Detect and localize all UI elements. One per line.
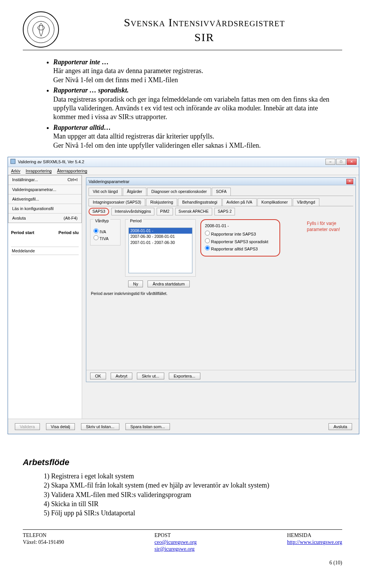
menu-arkiv[interactable]: Arkiv bbox=[11, 168, 20, 174]
tab-komplikationer[interactable]: Komplikationer bbox=[257, 198, 292, 206]
svg-point-0 bbox=[33, 21, 49, 38]
flow-step: 4) Skicka in till SIR bbox=[44, 500, 342, 508]
exportera-button[interactable]: Exportera... bbox=[169, 373, 200, 379]
tab-row-3: SAPS3 Intensivvårdshiggins PIM2 Svensk A… bbox=[89, 208, 353, 215]
radio-rapporterar-alltid[interactable]: Rapporterar alltid SAPS3 bbox=[205, 245, 276, 252]
tab-saps2[interactable]: SAPS 2 bbox=[214, 208, 235, 215]
application-screenshot: Validering av SIRXML5-fil, Ver 5.4.2 – □… bbox=[8, 157, 359, 434]
period-option[interactable]: 2007-01-01 - 2007-06-30 bbox=[129, 240, 192, 246]
menubar: Arkiv Inrapportering Återrapportering bbox=[8, 167, 359, 175]
period-listbox[interactable]: 2008-01-01 - 2007-06-30 - 2008-01-01 200… bbox=[129, 228, 192, 273]
menu-item-valideringsparametrar[interactable]: Valideringsparametrar... bbox=[8, 185, 81, 194]
visa-detalj-button[interactable]: Visa detalj bbox=[46, 423, 75, 430]
tab-svensk-apache[interactable]: Svensk APACHE bbox=[175, 208, 212, 215]
term-rapporterar-alltid: Rapporterar alltid… bbox=[53, 124, 111, 131]
titlebar: Validering av SIRXML5-fil, Ver 5.4.2 – □… bbox=[8, 157, 359, 167]
tab-pim2[interactable]: PIM2 bbox=[157, 208, 173, 215]
menu-aterrapportering[interactable]: Återrapportering bbox=[57, 168, 87, 174]
valideringsparametrar-dialog: Valideringsparametrar ✕ Vikt och längd Å… bbox=[86, 177, 356, 382]
shortcut: (Alt-F4) bbox=[63, 215, 78, 221]
menu-item-lasin[interactable]: Läs in konfigurationsfil bbox=[8, 204, 81, 213]
tab-avliden[interactable]: Avliden på IVA bbox=[222, 198, 257, 206]
period-option[interactable]: 2007-06-30 - 2008-01-01 bbox=[129, 234, 192, 240]
validera-button[interactable]: Validera bbox=[15, 423, 40, 430]
menu-item-aktiveringsfil[interactable]: Aktiveringsfil... bbox=[8, 195, 81, 203]
ny-button[interactable]: Ny bbox=[128, 280, 143, 287]
radio-iva[interactable]: IVA bbox=[94, 228, 117, 234]
dialog-close-button[interactable]: ✕ bbox=[346, 179, 353, 184]
shortcut: Ctrl+I bbox=[67, 177, 78, 182]
term-desc: Man uppger att data alltid registreras d… bbox=[53, 132, 214, 140]
tab-riskjustering[interactable]: Riskjustering bbox=[146, 198, 177, 206]
tab-vikt-och-langd[interactable]: Vikt och längd bbox=[89, 188, 122, 196]
close-button[interactable]: ✕ bbox=[347, 159, 357, 165]
term-desc: Här anges att inga data av denna paramet… bbox=[53, 67, 203, 75]
footer-hemsida-label: HEMSIDA bbox=[287, 532, 342, 539]
spara-listan-button[interactable]: Spara listan som... bbox=[125, 423, 170, 430]
maximize-button[interactable]: □ bbox=[336, 159, 346, 165]
menu-item-installningar[interactable]: Inställningar... Ctrl+I bbox=[8, 175, 81, 184]
period-legend: Period bbox=[129, 218, 143, 224]
arbetsflode-steps: 1) Registrera i eget lokalt system 2) Sk… bbox=[44, 472, 342, 518]
vardtyp-legend: Vårdtyp bbox=[94, 218, 110, 224]
flow-step: 2) Skapa XML-fil från lokalt system (med… bbox=[44, 481, 342, 490]
app-icon bbox=[10, 159, 16, 165]
tab-sofa[interactable]: SOFA bbox=[212, 188, 231, 196]
term-rapporterar-inte: Rapporterar inte … bbox=[53, 58, 109, 66]
period-group: Period 2008-01-01 - 2007-06-30 - 2008-01… bbox=[125, 219, 196, 277]
skriv-ut-listan-button[interactable]: Skriv ut listan... bbox=[81, 423, 119, 430]
svg-point-1 bbox=[38, 25, 44, 30]
flow-step: 5) Följ upp på SIR:s Utdataportal bbox=[44, 509, 342, 518]
footer-hemsida-link[interactable]: http://www.icuregswe.org bbox=[287, 539, 342, 545]
annotation-fylls-i: Fylls i för varje parameter ovan! bbox=[307, 221, 349, 233]
tab-saps3[interactable]: SAPS3 bbox=[89, 208, 109, 215]
tab-behandlingsstrategi[interactable]: Behandlingsstrategi bbox=[178, 198, 221, 206]
period-note: Period avser inskrivningstid för vårdtil… bbox=[86, 290, 355, 302]
term-rapporterar-sporadiskt: Rapporterar … sporadiskt. bbox=[53, 86, 129, 94]
svg-rect-2 bbox=[11, 159, 15, 164]
document-title: Svenska Intensivvårdsregistret SIR bbox=[67, 15, 342, 45]
bottom-button-bar: Validera Visa detalj Skriv ut listan... … bbox=[8, 419, 359, 434]
term-desc: Ger Nivå 1-fel om det finns med i XML-fi… bbox=[53, 76, 178, 84]
column-meddelande: Meddelande bbox=[11, 247, 79, 255]
period-option[interactable]: 2008-01-01 - bbox=[129, 228, 192, 234]
document-footer: TELEFON Växel: 054-191490 EPOST ceo@icur… bbox=[23, 529, 342, 553]
tab-diagnoser[interactable]: Diagnoser och operationskoder bbox=[147, 188, 211, 196]
column-period-slut: Period slu bbox=[59, 230, 79, 235]
radio-tiva[interactable]: TIVA bbox=[94, 235, 117, 241]
minimize-button[interactable]: – bbox=[325, 159, 335, 165]
term-desc: Ger Nivå 1-fel om den inte uppfyller val… bbox=[53, 142, 261, 149]
tab-vardtyngd[interactable]: Vårdtyngd bbox=[293, 198, 319, 206]
andra-startdatum-button[interactable]: Ändra startdatum bbox=[148, 280, 189, 287]
title-line-1: Svenska Intensivvårdsregistret bbox=[67, 15, 342, 30]
avsluta-button[interactable]: Avsluta bbox=[328, 423, 352, 430]
menu-item-avsluta[interactable]: Avsluta (Alt-F4) bbox=[8, 214, 81, 222]
rapporterar-date: 2008-01-01 - bbox=[205, 223, 276, 228]
tab-row-2: Intagningsorsaker (SAPS3) Riskjustering … bbox=[89, 198, 353, 207]
tab-intagningsorsaker[interactable]: Intagningsorsaker (SAPS3) bbox=[89, 198, 145, 206]
radio-rapporterar-inte[interactable]: Rapporterar inte SAPS3 bbox=[205, 231, 276, 237]
skriv-ut-button[interactable]: Skriv ut... bbox=[137, 373, 164, 379]
title-line-2: SIR bbox=[67, 30, 342, 45]
document-header: Svenska Intensivvårdsregistret SIR bbox=[23, 11, 342, 50]
left-pane: Inställningar... Ctrl+I Valideringsparam… bbox=[8, 175, 82, 434]
tab-intensivvardshiggins[interactable]: Intensivvårdshiggins bbox=[111, 208, 154, 215]
avbryt-button[interactable]: Avbryt bbox=[111, 373, 132, 379]
footer-epost-link-2[interactable]: sir@icuregswe.org bbox=[154, 546, 195, 552]
list-item: Rapporterar alltid… Man uppger att data … bbox=[53, 123, 338, 150]
section-heading-arbetsflode: Arbetsflöde bbox=[23, 457, 342, 468]
radio-rapporterar-sporadiskt[interactable]: Rapporterar SAPS3 sporadiskt bbox=[205, 238, 276, 244]
list-item: Rapporterar … sporadiskt. Data registrer… bbox=[53, 86, 338, 122]
main-window: Validering av SIRXML5-fil, Ver 5.4.2 – □… bbox=[8, 157, 359, 434]
organization-seal-icon bbox=[23, 11, 59, 48]
column-period-start: Period start bbox=[11, 230, 34, 235]
term-desc: Data registreras sporadisk och ger inga … bbox=[53, 96, 329, 121]
tab-atgarder[interactable]: Åtgärder bbox=[123, 188, 146, 196]
dialog-title: Valideringsparametrar bbox=[89, 179, 129, 184]
list-item: Rapporterar inte … Här anges att inga da… bbox=[53, 58, 338, 84]
dialog-titlebar: Valideringsparametrar ✕ bbox=[86, 178, 355, 185]
footer-epost-link-1[interactable]: ceo@icuregswe.org bbox=[154, 539, 197, 545]
menu-inrapportering[interactable]: Inrapportering bbox=[25, 168, 52, 174]
definition-list: Rapporterar inte … Här anges att inga da… bbox=[44, 58, 338, 150]
ok-button[interactable]: OK bbox=[90, 373, 106, 379]
